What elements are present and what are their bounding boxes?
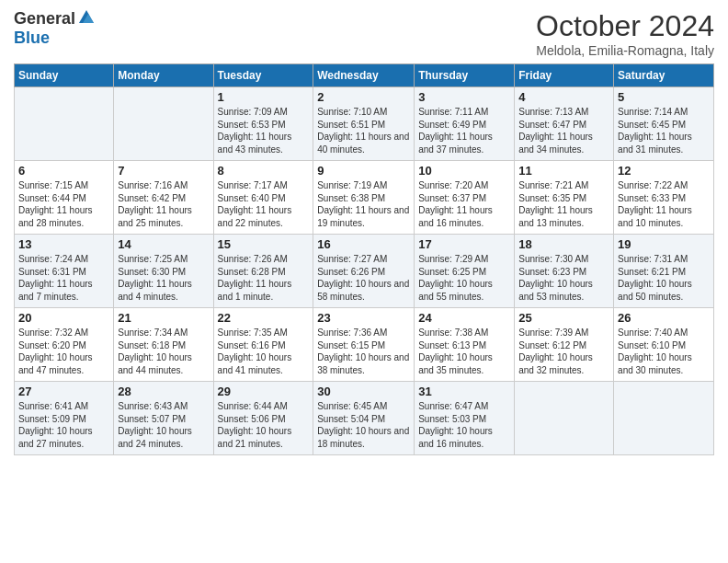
day-number: 21 [118, 311, 209, 325]
col-sunday: Sunday [15, 64, 114, 87]
calendar-body: 1Sunrise: 7:09 AM Sunset: 6:53 PM Daylig… [15, 87, 714, 455]
page: General Blue October 2024 Meldola, Emili… [0, 0, 728, 563]
day-info: Sunrise: 7:30 AM Sunset: 6:23 PM Dayligh… [518, 253, 609, 303]
day-cell: 1Sunrise: 7:09 AM Sunset: 6:53 PM Daylig… [213, 87, 313, 161]
day-info: Sunrise: 7:15 AM Sunset: 6:44 PM Dayligh… [18, 179, 109, 229]
day-number: 25 [518, 311, 609, 325]
day-cell: 3Sunrise: 7:11 AM Sunset: 6:49 PM Daylig… [415, 87, 515, 161]
title-section: October 2024 Meldola, Emilia-Romagna, It… [536, 9, 714, 58]
day-number: 2 [317, 90, 410, 104]
header-row: Sunday Monday Tuesday Wednesday Thursday… [15, 64, 714, 87]
day-cell: 27Sunrise: 6:41 AM Sunset: 5:09 PM Dayli… [15, 382, 114, 455]
logo-blue: Blue [14, 29, 50, 48]
day-cell: 25Sunrise: 7:39 AM Sunset: 6:12 PM Dayli… [515, 308, 614, 382]
day-cell: 20Sunrise: 7:32 AM Sunset: 6:20 PM Dayli… [15, 308, 114, 382]
day-cell: 12Sunrise: 7:22 AM Sunset: 6:33 PM Dayli… [614, 161, 714, 235]
week-row-3: 13Sunrise: 7:24 AM Sunset: 6:31 PM Dayli… [15, 235, 714, 308]
day-info: Sunrise: 7:14 AM Sunset: 6:45 PM Dayligh… [618, 106, 710, 155]
day-info: Sunrise: 6:41 AM Sunset: 5:09 PM Dayligh… [18, 400, 109, 450]
day-number: 5 [618, 90, 710, 104]
day-cell: 8Sunrise: 7:17 AM Sunset: 6:40 PM Daylig… [213, 161, 313, 235]
calendar-header: Sunday Monday Tuesday Wednesday Thursday… [15, 64, 714, 87]
week-row-1: 1Sunrise: 7:09 AM Sunset: 6:53 PM Daylig… [15, 87, 714, 161]
week-row-5: 27Sunrise: 6:41 AM Sunset: 5:09 PM Dayli… [15, 382, 714, 455]
day-number: 29 [218, 385, 310, 398]
day-cell: 19Sunrise: 7:31 AM Sunset: 6:21 PM Dayli… [614, 235, 714, 308]
day-cell: 7Sunrise: 7:16 AM Sunset: 6:42 PM Daylig… [114, 161, 213, 235]
day-cell: 16Sunrise: 7:27 AM Sunset: 6:26 PM Dayli… [313, 235, 415, 308]
day-info: Sunrise: 7:25 AM Sunset: 6:30 PM Dayligh… [118, 253, 209, 303]
day-cell: 22Sunrise: 7:35 AM Sunset: 6:16 PM Dayli… [213, 308, 313, 382]
day-cell: 23Sunrise: 7:36 AM Sunset: 6:15 PM Dayli… [313, 308, 415, 382]
day-info: Sunrise: 6:43 AM Sunset: 5:07 PM Dayligh… [118, 400, 209, 450]
day-number: 11 [518, 164, 609, 178]
day-number: 12 [618, 164, 710, 178]
col-monday: Monday [114, 64, 213, 87]
day-info: Sunrise: 7:29 AM Sunset: 6:25 PM Dayligh… [418, 253, 510, 303]
day-cell: 28Sunrise: 6:43 AM Sunset: 5:07 PM Dayli… [114, 382, 213, 455]
day-cell: 4Sunrise: 7:13 AM Sunset: 6:47 PM Daylig… [515, 87, 614, 161]
day-number: 27 [18, 385, 109, 398]
day-number: 8 [218, 164, 310, 178]
day-cell: 17Sunrise: 7:29 AM Sunset: 6:25 PM Dayli… [415, 235, 515, 308]
day-info: Sunrise: 6:45 AM Sunset: 5:04 PM Dayligh… [317, 400, 410, 450]
day-info: Sunrise: 7:38 AM Sunset: 6:13 PM Dayligh… [418, 327, 510, 376]
day-cell: 14Sunrise: 7:25 AM Sunset: 6:30 PM Dayli… [114, 235, 213, 308]
day-number: 4 [518, 90, 609, 104]
day-number: 16 [317, 237, 410, 251]
day-cell [15, 87, 114, 161]
day-cell: 26Sunrise: 7:40 AM Sunset: 6:10 PM Dayli… [614, 308, 714, 382]
col-saturday: Saturday [614, 64, 714, 87]
day-cell: 11Sunrise: 7:21 AM Sunset: 6:35 PM Dayli… [515, 161, 614, 235]
day-cell: 15Sunrise: 7:26 AM Sunset: 6:28 PM Dayli… [213, 235, 313, 308]
day-cell: 2Sunrise: 7:10 AM Sunset: 6:51 PM Daylig… [313, 87, 415, 161]
day-number: 19 [618, 237, 710, 251]
day-info: Sunrise: 6:44 AM Sunset: 5:06 PM Dayligh… [218, 400, 310, 450]
month-title: October 2024 [536, 9, 714, 43]
day-number: 13 [18, 237, 109, 251]
logo-icon [77, 8, 96, 27]
day-info: Sunrise: 7:34 AM Sunset: 6:18 PM Dayligh… [118, 327, 209, 376]
day-info: Sunrise: 7:39 AM Sunset: 6:12 PM Dayligh… [518, 327, 609, 376]
day-cell: 21Sunrise: 7:34 AM Sunset: 6:18 PM Dayli… [114, 308, 213, 382]
day-number: 6 [18, 164, 109, 178]
day-number: 1 [218, 90, 310, 104]
day-info: Sunrise: 7:24 AM Sunset: 6:31 PM Dayligh… [18, 253, 109, 303]
day-number: 18 [518, 237, 609, 251]
logo-general: General [14, 9, 75, 29]
day-info: Sunrise: 7:13 AM Sunset: 6:47 PM Dayligh… [518, 106, 609, 155]
day-cell [515, 382, 614, 455]
logo: General Blue [14, 9, 96, 48]
day-info: Sunrise: 7:22 AM Sunset: 6:33 PM Dayligh… [618, 179, 710, 229]
day-cell: 9Sunrise: 7:19 AM Sunset: 6:38 PM Daylig… [313, 161, 415, 235]
day-cell: 31Sunrise: 6:47 AM Sunset: 5:03 PM Dayli… [415, 382, 515, 455]
col-thursday: Thursday [415, 64, 515, 87]
location: Meldola, Emilia-Romagna, Italy [536, 43, 714, 58]
day-info: Sunrise: 7:09 AM Sunset: 6:53 PM Dayligh… [218, 106, 310, 155]
day-cell: 29Sunrise: 6:44 AM Sunset: 5:06 PM Dayli… [213, 382, 313, 455]
day-number: 31 [418, 385, 510, 398]
day-info: Sunrise: 7:19 AM Sunset: 6:38 PM Dayligh… [317, 179, 410, 229]
day-info: Sunrise: 7:17 AM Sunset: 6:40 PM Dayligh… [218, 179, 310, 229]
day-number: 10 [418, 164, 510, 178]
day-cell: 18Sunrise: 7:30 AM Sunset: 6:23 PM Dayli… [515, 235, 614, 308]
day-cell: 5Sunrise: 7:14 AM Sunset: 6:45 PM Daylig… [614, 87, 714, 161]
day-info: Sunrise: 7:10 AM Sunset: 6:51 PM Dayligh… [317, 106, 410, 155]
day-number: 7 [118, 164, 209, 178]
col-tuesday: Tuesday [213, 64, 313, 87]
day-info: Sunrise: 7:16 AM Sunset: 6:42 PM Dayligh… [118, 179, 209, 229]
day-info: Sunrise: 6:47 AM Sunset: 5:03 PM Dayligh… [418, 400, 510, 450]
day-cell [614, 382, 714, 455]
day-cell: 30Sunrise: 6:45 AM Sunset: 5:04 PM Dayli… [313, 382, 415, 455]
day-cell: 10Sunrise: 7:20 AM Sunset: 6:37 PM Dayli… [415, 161, 515, 235]
week-row-2: 6Sunrise: 7:15 AM Sunset: 6:44 PM Daylig… [15, 161, 714, 235]
day-info: Sunrise: 7:36 AM Sunset: 6:15 PM Dayligh… [317, 327, 410, 376]
day-number: 15 [218, 237, 310, 251]
day-info: Sunrise: 7:32 AM Sunset: 6:20 PM Dayligh… [18, 327, 109, 376]
day-info: Sunrise: 7:20 AM Sunset: 6:37 PM Dayligh… [418, 179, 510, 229]
day-info: Sunrise: 7:26 AM Sunset: 6:28 PM Dayligh… [218, 253, 310, 303]
calendar-table: Sunday Monday Tuesday Wednesday Thursday… [14, 63, 714, 455]
day-info: Sunrise: 7:35 AM Sunset: 6:16 PM Dayligh… [218, 327, 310, 376]
day-number: 9 [317, 164, 410, 178]
day-info: Sunrise: 7:31 AM Sunset: 6:21 PM Dayligh… [618, 253, 710, 303]
